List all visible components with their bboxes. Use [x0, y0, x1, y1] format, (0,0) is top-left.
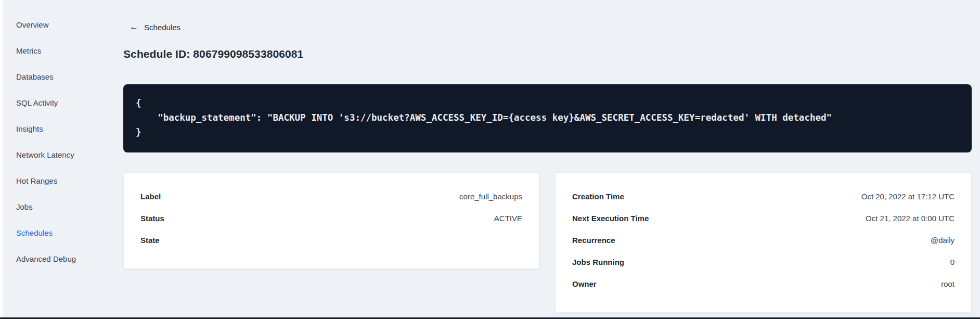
sidebar-item-network-latency[interactable]: Network Latency: [0, 142, 104, 168]
row-label: Jobs Running: [572, 258, 624, 266]
row-label: State: [140, 236, 160, 245]
code-line: {: [136, 96, 959, 110]
sidebar-item-insights[interactable]: Insights: [0, 116, 104, 142]
sidebar-item-databases[interactable]: Databases: [0, 64, 104, 90]
sidebar-item-advanced-debug[interactable]: Advanced Debug: [0, 246, 104, 272]
detail-row-recurrence: Recurrence @daily: [572, 229, 955, 251]
detail-row-status: Status ACTIVE: [140, 207, 522, 229]
row-value: ACTIVE: [494, 214, 522, 223]
row-value: core_full_backups: [459, 192, 522, 201]
detail-row-next-execution-time: Next Execution Time Oct 21, 2022 at 0:00…: [572, 207, 955, 229]
page-title: Schedule ID: 806799098533806081: [123, 48, 303, 60]
row-value: @daily: [931, 236, 955, 245]
detail-row-creation-time: Creation Time Oct 20, 2022 at 17:12 UTC: [572, 185, 955, 207]
row-value: 0: [950, 258, 955, 266]
schedule-timing-card: Creation Time Oct 20, 2022 at 17:12 UTC …: [555, 172, 972, 313]
row-label: Recurrence: [572, 236, 615, 245]
sidebar-item-overview[interactable]: Overview: [0, 12, 104, 38]
row-value: Oct 21, 2022 at 0:00 UTC: [866, 214, 955, 223]
row-label: Label: [140, 192, 161, 201]
code-line: "backup_statement": "BACKUP INTO 's3://b…: [136, 110, 959, 125]
row-label: Owner: [572, 279, 597, 288]
row-value: root: [941, 279, 955, 288]
schedule-details-card: Label core_full_backups Status ACTIVE St…: [123, 172, 539, 269]
back-link-label: Schedules: [144, 23, 180, 32]
detail-row-state: State: [140, 229, 522, 251]
row-label: Creation Time: [572, 192, 624, 201]
sidebar-item-sql-activity[interactable]: SQL Activity: [0, 90, 104, 116]
row-label: Next Execution Time: [572, 214, 649, 223]
sidebar-item-schedules[interactable]: Schedules: [0, 220, 104, 246]
detail-row-jobs-running: Jobs Running 0: [572, 251, 955, 273]
db-console-schedule-detail-page: Overview Metrics Databases SQL Activity …: [0, 0, 980, 319]
code-line: }: [136, 125, 959, 139]
back-arrow-icon: ←: [130, 22, 138, 32]
row-label: Status: [140, 214, 164, 223]
detail-row-label: Label core_full_backups: [140, 185, 522, 207]
row-value: Oct 20, 2022 at 17:12 UTC: [861, 192, 955, 201]
sidebar-item-hot-ranges[interactable]: Hot Ranges: [0, 168, 104, 194]
sidebar-item-metrics[interactable]: Metrics: [0, 38, 104, 64]
sidebar-item-jobs[interactable]: Jobs: [0, 194, 104, 220]
sidebar-nav: Overview Metrics Databases SQL Activity …: [0, 12, 104, 272]
detail-row-owner: Owner root: [572, 273, 955, 295]
back-link-schedules[interactable]: ← Schedules: [130, 22, 180, 32]
schedule-definition-code-block: { "backup_statement": "BACKUP INTO 's3:/…: [123, 84, 972, 152]
